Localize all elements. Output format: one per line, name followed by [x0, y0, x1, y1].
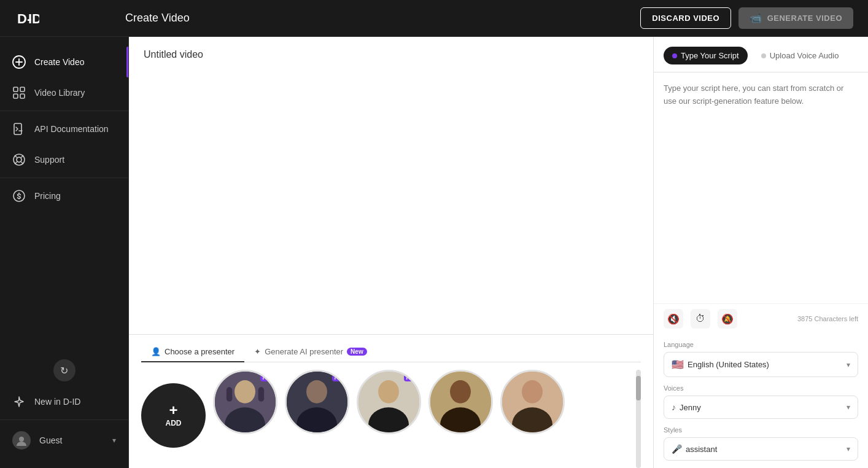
sidebar-support-label: Support	[34, 155, 64, 165]
hq-badge-2: HQ	[332, 374, 346, 381]
script-tabs: Type Your Script Upload Voice Audio	[654, 37, 868, 72]
sidebar-new-label: New in D-ID	[34, 397, 80, 407]
microphone-icon[interactable]: 🔇	[664, 309, 683, 329]
presenter-avatar-2[interactable]: HQ	[285, 370, 349, 434]
presenter-grid: + ADD	[141, 370, 641, 468]
scroll-thumb[interactable]	[636, 376, 641, 400]
sidebar-item-create-video[interactable]: Create Video	[0, 47, 128, 77]
style-select[interactable]: 🎤 assistant ▾	[664, 437, 858, 461]
guest-label: Guest	[39, 435, 62, 445]
dollar-circle-icon	[12, 189, 26, 203]
header-actions: DISCARD VIDEO 📹 GENERATE VIDEO	[640, 7, 853, 29]
svg-point-20	[234, 380, 255, 404]
avatar	[12, 431, 31, 450]
sidebar-item-support[interactable]: Support	[0, 144, 128, 175]
presenter-avatar-3[interactable]: HQ	[357, 370, 421, 434]
language-value: English (United States)	[688, 360, 847, 369]
char-count: 3875 Characters left	[797, 315, 858, 322]
sidebar-video-library-label: Video Library	[34, 88, 85, 98]
svg-point-28	[378, 380, 399, 404]
clock-icon[interactable]: ⏱	[691, 309, 710, 329]
grid-icon	[12, 86, 26, 99]
sidebar-item-guest[interactable]: Guest ▾	[0, 423, 128, 458]
presenter-avatar-4[interactable]	[428, 370, 493, 434]
mute-icon[interactable]: 🔕	[718, 309, 737, 329]
presenter-tabs: 👤 Choose a presenter ✦ Generate AI prese…	[141, 342, 641, 362]
tab-upload-audio[interactable]: Upload Voice Audio	[753, 47, 848, 64]
script-input[interactable]	[654, 72, 868, 303]
dropdown-arrow-icon: ▾	[112, 436, 116, 445]
styles-label: Styles	[664, 426, 858, 434]
sidebar-item-new-in-did[interactable]: New in D-ID	[0, 386, 128, 417]
presenter-avatar-5[interactable]	[500, 370, 565, 434]
svg-text:ID: ID	[28, 11, 39, 26]
refresh-button[interactable]: ↻	[53, 359, 76, 381]
styles-setting: Styles 🎤 assistant ▾	[664, 426, 858, 461]
tab-generate-ai-presenter[interactable]: ✦ Generate AI presenter New	[244, 342, 376, 362]
sidebar-pricing-label: Pricing	[34, 191, 61, 201]
file-code-icon	[12, 122, 26, 136]
voice-select[interactable]: ♪ Jenny ▾	[664, 396, 858, 419]
sidebar-item-pricing[interactable]: Pricing	[0, 181, 128, 211]
page-title: Create Video	[125, 12, 190, 25]
tab-type-script[interactable]: Type Your Script	[664, 47, 748, 64]
video-title[interactable]: Untitled video	[129, 37, 653, 66]
svg-rect-8	[14, 94, 18, 98]
new-badge: New	[347, 348, 367, 356]
header: D- ID Create Video DISCARD VIDEO 📹 GENER…	[0, 0, 868, 37]
svg-point-25	[306, 380, 327, 404]
voice-value: Jenny	[680, 403, 847, 412]
svg-rect-23	[258, 387, 264, 402]
camera-icon: 📹	[750, 12, 762, 24]
sidebar-divider-1	[0, 111, 128, 111]
active-dot	[672, 53, 677, 58]
voices-label: Voices	[664, 384, 858, 392]
sidebar-create-video-label: Create Video	[34, 57, 84, 67]
plus-circle-icon	[12, 55, 26, 69]
add-presenter-button[interactable]: + ADD	[141, 383, 206, 448]
header-left: D- ID Create Video	[15, 6, 190, 31]
hq-badge-3: HQ	[404, 374, 417, 381]
sparkle-icon	[12, 395, 26, 408]
sidebar-api-docs-label: API Documentation	[34, 124, 109, 134]
main-layout: Create Video Video Library API	[0, 37, 868, 468]
chevron-down-icon-3: ▾	[847, 445, 850, 453]
chevron-down-icon-2: ▾	[847, 403, 850, 411]
script-toolbar: 🔇 ⏱ 🔕 3875 Characters left	[654, 303, 868, 333]
presenter-scroll-area: + ADD	[141, 370, 641, 468]
svg-rect-7	[20, 87, 25, 92]
right-panel: Type Your Script Upload Voice Audio 🔇 ⏱ …	[653, 37, 868, 468]
voices-setting: Voices ♪ Jenny ▾	[664, 384, 858, 419]
svg-point-12	[17, 157, 21, 162]
style-icon: 🎤	[672, 444, 682, 454]
discard-video-button[interactable]: DISCARD VIDEO	[640, 7, 731, 29]
presenter-avatar-1[interactable]: HQ	[213, 370, 277, 434]
content-area: Untitled video 👤 Choose a presenter ✦ Ge…	[129, 37, 653, 468]
video-main	[129, 66, 653, 334]
sidebar: Create Video Video Library API	[0, 37, 129, 468]
hq-badge: HQ	[260, 374, 274, 381]
svg-rect-6	[14, 87, 18, 92]
svg-point-18	[19, 437, 24, 442]
style-value: assistant	[686, 445, 847, 454]
language-label: Language	[664, 341, 858, 348]
svg-point-34	[522, 380, 543, 404]
flag-icon: 🇺🇸	[672, 359, 684, 370]
sidebar-item-api-documentation[interactable]: API Documentation	[0, 114, 128, 144]
sidebar-divider-3	[0, 419, 128, 420]
presenter-section: 👤 Choose a presenter ✦ Generate AI prese…	[129, 334, 653, 468]
ai-icon: ✦	[254, 347, 261, 356]
language-setting: Language 🇺🇸 English (United States) ▾	[664, 341, 858, 377]
tab-choose-presenter[interactable]: 👤 Choose a presenter	[141, 342, 244, 362]
generate-video-button[interactable]: 📹 GENERATE VIDEO	[738, 7, 853, 29]
language-select[interactable]: 🇺🇸 English (United States) ▾	[664, 352, 858, 377]
video-canvas: Untitled video 👤 Choose a presenter ✦ Ge…	[129, 37, 653, 468]
person-icon: 👤	[151, 347, 161, 356]
svg-rect-9	[20, 94, 25, 98]
svg-rect-22	[227, 387, 232, 402]
sidebar-item-video-library[interactable]: Video Library	[0, 77, 128, 108]
inactive-dot	[761, 53, 766, 58]
chevron-down-icon: ▾	[847, 361, 850, 369]
scroll-bar[interactable]	[636, 370, 641, 468]
plus-icon: +	[169, 403, 177, 418]
